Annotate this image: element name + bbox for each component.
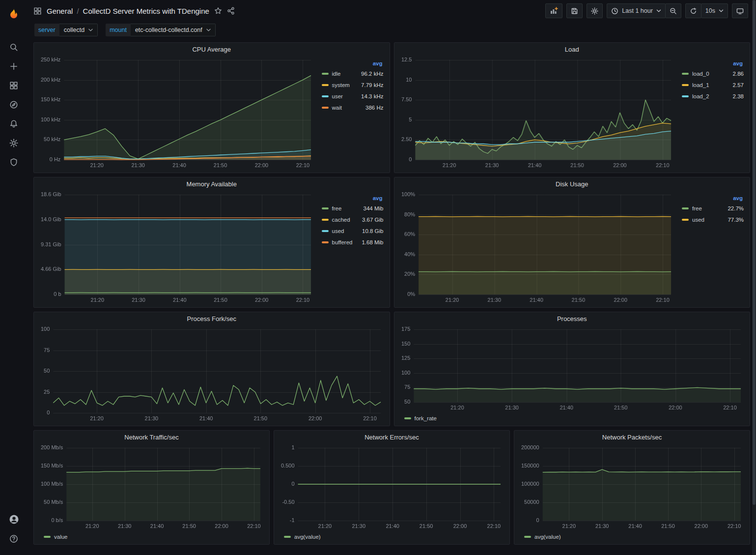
dashboards-grid-icon[interactable] — [3, 76, 25, 95]
legend-color-dash — [682, 95, 689, 97]
legend-series-name[interactable]: load_0 — [692, 71, 709, 77]
processes-chart[interactable] — [398, 325, 746, 413]
panel-title[interactable]: Processes — [557, 315, 587, 322]
network-traffic-chart[interactable] — [38, 443, 265, 531]
panel-title[interactable]: Disk Usage — [556, 180, 588, 188]
legend-item[interactable]: wait386 Hz — [322, 102, 384, 113]
explore-compass-icon[interactable] — [3, 95, 25, 114]
legend-series-value: 344 Mib — [364, 205, 384, 211]
user-avatar[interactable] — [3, 510, 25, 529]
legend-series-name[interactable]: free — [332, 205, 342, 211]
legend-series-name[interactable]: wait — [332, 105, 342, 111]
legend-item[interactable]: load_12.57 — [682, 79, 744, 90]
legend-item[interactable]: value — [44, 534, 68, 540]
legend-color-dash — [322, 73, 329, 75]
panel-title[interactable]: Load — [565, 46, 579, 53]
legend-series-name[interactable]: avg(value) — [294, 534, 321, 540]
legend-item[interactable]: load_22.38 — [682, 90, 744, 102]
legend-item[interactable]: cached3.67 Gib — [322, 214, 384, 225]
legend-series-name[interactable]: buffered — [332, 239, 353, 245]
panel-title[interactable]: Network Packets/sec — [602, 434, 662, 441]
panel-title[interactable]: Process Fork/sec — [187, 315, 236, 322]
cycle-view-tv-button[interactable] — [732, 3, 748, 18]
time-range-picker[interactable]: Last 1 hour — [607, 3, 666, 18]
legend-color-dash — [524, 536, 531, 538]
panel-memory-available: Memory Available avgfree344 Mibcached3.6… — [33, 177, 390, 308]
star-icon[interactable] — [214, 7, 222, 15]
legend-series-name[interactable]: free — [692, 205, 702, 211]
legend-item[interactable]: free22.7% — [682, 203, 744, 214]
legend-item[interactable]: buffered1.68 Mib — [322, 236, 384, 248]
cpu-average-chart[interactable] — [38, 56, 316, 171]
time-range-label: Last 1 hour — [622, 7, 653, 14]
chevron-down-icon — [88, 28, 93, 32]
panel-title[interactable]: Memory Available — [187, 180, 237, 188]
legend-series-name[interactable]: load_2 — [692, 93, 709, 99]
alerting-bell-icon[interactable] — [3, 114, 25, 133]
legend-series-name[interactable]: used — [692, 217, 704, 223]
page-scrollbar[interactable] — [752, 0, 756, 555]
legend-series-name[interactable]: used — [332, 228, 344, 234]
network-errors-chart[interactable] — [278, 443, 505, 531]
legend-item[interactable]: idle96.2 kHz — [322, 68, 384, 79]
memory-available-chart[interactable] — [38, 190, 316, 305]
legend-item[interactable]: system7.79 kHz — [322, 79, 384, 90]
legend-item[interactable]: load_02.86 — [682, 68, 744, 79]
refresh-button[interactable] — [685, 3, 701, 18]
panel-title[interactable]: Network Errors/sec — [364, 434, 419, 441]
legend-series-value: 14.3 kHz — [361, 93, 383, 99]
scrollbar-thumb[interactable] — [753, 0, 756, 505]
help-icon[interactable] — [3, 529, 25, 548]
legend-series-name[interactable]: fork_rate — [415, 415, 437, 421]
legend-series-name[interactable]: cached — [332, 217, 350, 223]
legend-series-value: 3.67 Gib — [362, 217, 383, 223]
legend-item[interactable]: user14.3 kHz — [322, 90, 384, 102]
configuration-gear-icon[interactable] — [3, 133, 25, 152]
network-errors-legend: avg(value) — [278, 531, 505, 542]
disk-usage-chart[interactable] — [398, 190, 676, 305]
panel-title[interactable]: Network Traffic/sec — [124, 434, 178, 441]
legend-series-value: 10.8 Gib — [362, 228, 383, 234]
panel-title[interactable]: CPU Average — [192, 46, 231, 53]
share-icon[interactable] — [227, 7, 235, 15]
search-icon[interactable] — [3, 37, 25, 57]
legend-item[interactable]: avg(value) — [284, 534, 321, 540]
legend-avg-header[interactable]: avg — [682, 60, 744, 66]
legend-series-name[interactable]: user — [332, 93, 343, 99]
variable-server-label: server — [34, 24, 59, 36]
legend-series-name[interactable]: idle — [332, 71, 341, 77]
variable-server[interactable]: server collectd — [34, 24, 98, 36]
legend-series-name[interactable]: avg(value) — [534, 534, 561, 540]
add-panel-button[interactable] — [545, 3, 562, 18]
legend-avg-header[interactable]: avg — [322, 195, 384, 201]
zoom-out-button[interactable] — [665, 3, 681, 18]
disk-legend: avgfree22.7%used77.3% — [676, 190, 746, 305]
refresh-interval-label: 10s — [705, 7, 715, 14]
legend-item[interactable]: avg(value) — [524, 534, 561, 540]
legend-avg-header[interactable]: avg — [322, 60, 384, 66]
refresh-interval-picker[interactable]: 10s — [701, 3, 728, 18]
load-chart[interactable] — [398, 56, 676, 171]
legend-item[interactable]: fork_rate — [404, 415, 437, 421]
dashboard-grid-icon — [33, 7, 42, 15]
legend-color-dash — [284, 536, 291, 538]
variable-mount[interactable]: mount etc-collectd-collectd.conf — [106, 24, 216, 36]
grafana-logo-icon[interactable] — [4, 4, 24, 24]
dashboard-settings-button[interactable] — [587, 3, 603, 18]
legend-series-name[interactable]: value — [54, 534, 68, 540]
breadcrumb: General / CollectD Server Metrics with T… — [47, 7, 209, 15]
legend-item[interactable]: used10.8 Gib — [322, 225, 384, 236]
server-admin-shield-icon[interactable] — [3, 152, 25, 172]
legend-series-name[interactable]: system — [332, 82, 350, 88]
cpu-average-legend: avgidle96.2 kHzsystem7.79 kHzuser14.3 kH… — [316, 56, 386, 171]
breadcrumb-folder[interactable]: General — [47, 7, 73, 15]
process-fork-chart[interactable] — [38, 325, 386, 424]
legend-avg-header[interactable]: avg — [682, 195, 744, 201]
legend-color-dash — [404, 417, 411, 419]
legend-series-name[interactable]: load_1 — [692, 82, 709, 88]
network-packets-chart[interactable] — [518, 443, 746, 531]
save-dashboard-button[interactable] — [566, 3, 583, 18]
create-plus-icon[interactable] — [3, 57, 25, 76]
legend-item[interactable]: used77.3% — [682, 214, 744, 225]
legend-item[interactable]: free344 Mib — [322, 203, 384, 214]
